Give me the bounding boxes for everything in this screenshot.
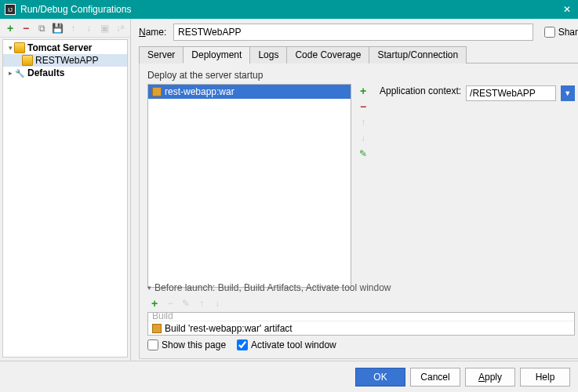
main-panel: Name: Share Server Deployment Logs Code … <box>131 19 578 361</box>
expand-icon[interactable]: ▸ <box>6 69 14 77</box>
activate-window-checkbox[interactable]: Activate tool window <box>237 339 336 350</box>
artifact-icon <box>152 324 162 333</box>
apply-button[interactable]: Apply <box>465 368 515 387</box>
sidebar: + − ⧉ 💾 ↑ ↓ ▣ ↓ª ▾ Tomcat Server RESTWeb… <box>0 19 131 361</box>
task-down-button: ↓ <box>210 296 224 310</box>
remove-config-button[interactable]: − <box>19 21 33 35</box>
collapse-icon[interactable]: ▾ <box>6 44 14 52</box>
collapse-icon: ▾ <box>147 284 151 292</box>
tree-label: Defaults <box>27 67 64 78</box>
tab-bar: Server Deployment Logs Code Coverage Sta… <box>139 45 578 64</box>
tree-node-tomcat[interactable]: ▾ Tomcat Server <box>3 42 127 54</box>
share-checkbox-input[interactable] <box>544 27 555 38</box>
before-launch-toolbar: + − ✎ ↑ ↓ <box>147 295 575 312</box>
edit-task-button: ✎ <box>179 296 193 310</box>
artifact-icon <box>152 87 162 96</box>
folder-button: ▣ <box>97 21 111 35</box>
name-label: Name: <box>139 27 169 38</box>
tomcat-icon <box>14 42 25 53</box>
context-label: Application context: <box>380 85 461 96</box>
remove-task-button: − <box>163 296 177 310</box>
help-button[interactable]: Help <box>520 368 570 387</box>
window-title: Run/Debug Configurations <box>20 4 561 15</box>
wrench-icon: 🔧 <box>14 67 25 78</box>
tab-server[interactable]: Server <box>139 46 184 64</box>
name-row: Name: Share <box>139 24 578 41</box>
before-launch-header[interactable]: ▾ Before launch: Build, Build Artifacts,… <box>147 282 575 293</box>
artifact-item[interactable]: rest-webapp:war <box>148 85 351 99</box>
tree-label: RESTWebAPP <box>35 55 98 66</box>
artifact-list[interactable]: rest-webapp:war <box>147 84 351 288</box>
sort-button: ↓ª <box>113 21 127 35</box>
tab-code-coverage[interactable]: Code Coverage <box>286 46 369 64</box>
context-column: Application context: ▼ <box>375 84 575 278</box>
task-up-button: ↑ <box>194 296 209 310</box>
deploy-heading: Deploy at the server startup <box>147 70 575 81</box>
move-down-button: ↓ <box>82 21 96 35</box>
tree-node-restwebapp[interactable]: RESTWebAPP <box>3 54 127 67</box>
artifact-label: rest-webapp:war <box>165 86 234 97</box>
tab-deployment[interactable]: Deployment <box>183 46 250 64</box>
edit-artifact-button[interactable]: ✎ <box>356 147 370 161</box>
titlebar: IJ Run/Debug Configurations ✕ <box>0 0 578 19</box>
add-config-button[interactable]: + <box>3 21 17 35</box>
context-input[interactable] <box>466 85 556 101</box>
task-item[interactable]: Build <box>148 313 574 321</box>
remove-artifact-button[interactable]: − <box>356 100 370 114</box>
add-artifact-button[interactable]: + <box>356 84 370 98</box>
before-launch-section: ▾ Before launch: Build, Build Artifacts,… <box>147 282 575 350</box>
config-tree[interactable]: ▾ Tomcat Server RESTWebAPP ▸ 🔧 Defaults <box>2 39 128 358</box>
artifact-down-button: ↓ <box>356 131 370 145</box>
artifact-up-button: ↑ <box>356 115 370 129</box>
app-icon: IJ <box>5 4 16 15</box>
tree-node-defaults[interactable]: ▸ 🔧 Defaults <box>3 67 127 79</box>
add-task-button[interactable]: + <box>147 296 162 310</box>
copy-config-button[interactable]: ⧉ <box>35 21 49 35</box>
tab-logs[interactable]: Logs <box>249 46 287 64</box>
tree-label: Tomcat Server <box>27 42 92 53</box>
context-dropdown-button[interactable]: ▼ <box>561 85 575 101</box>
close-icon[interactable]: ✕ <box>561 3 573 16</box>
show-page-checkbox[interactable]: Show this page <box>147 339 226 350</box>
cancel-button[interactable]: Cancel <box>410 368 460 387</box>
tomcat-icon <box>22 55 33 66</box>
dialog-footer: OK Cancel Apply Help <box>0 361 578 392</box>
save-config-button[interactable]: 💾 <box>50 21 64 35</box>
name-input[interactable] <box>173 24 533 41</box>
ok-button[interactable]: OK <box>355 368 405 387</box>
before-launch-list[interactable]: Build Build 'rest-webapp:war' artifact <box>147 312 575 336</box>
task-item[interactable]: Build 'rest-webapp:war' artifact <box>148 321 574 335</box>
deployment-panel: Deploy at the server startup rest-webapp… <box>139 64 578 359</box>
move-up-button: ↑ <box>66 21 80 35</box>
tab-startup-connection[interactable]: Startup/Connection <box>369 46 467 64</box>
share-checkbox[interactable]: Share <box>544 27 578 38</box>
artifact-toolbar: + − ↑ ↓ ✎ <box>356 84 370 278</box>
config-toolbar: + − ⧉ 💾 ↑ ↓ ▣ ↓ª <box>0 19 130 38</box>
